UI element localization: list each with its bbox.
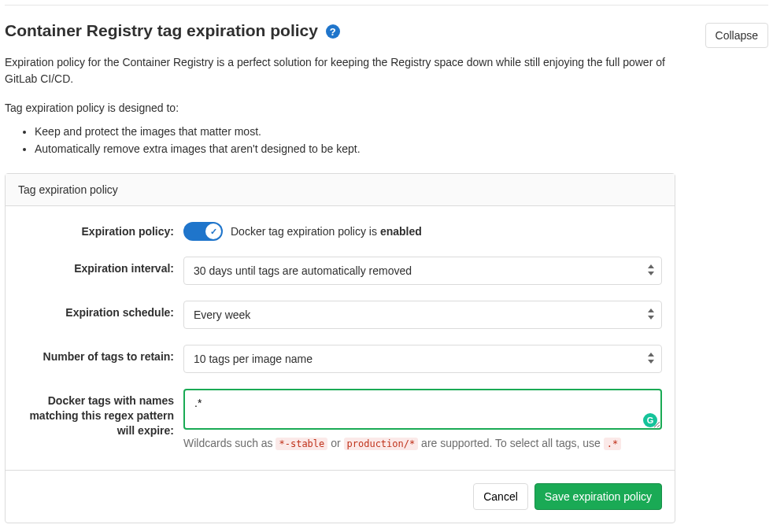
intro-bullet-1: Keep and protect the images that matter … [35, 124, 768, 141]
collapse-button[interactable]: Collapse [705, 23, 768, 48]
intro-bullet-2: Automatically remove extra images that a… [35, 141, 768, 158]
expiration-schedule-select[interactable]: Every week [183, 301, 662, 329]
help-icon[interactable]: ? [326, 24, 340, 39]
page-title-text: Container Registry tag expiration policy [5, 21, 318, 39]
code-chip: production/* [344, 438, 419, 450]
tags-retain-label: Number of tags to retain: [18, 345, 183, 364]
cancel-button[interactable]: Cancel [473, 483, 528, 510]
expiration-interval-select[interactable]: 30 days until tags are automatically rem… [183, 257, 662, 285]
policy-panel: Tag expiration policy Expiration policy:… [5, 173, 675, 523]
regex-help-text: Wildcards such as *-stable or production… [183, 437, 662, 449]
panel-header: Tag expiration policy [6, 174, 675, 206]
intro-paragraph-2: Tag expiration policy is designed to: [5, 102, 768, 114]
intro-paragraph-1: Expiration policy for the Container Regi… [5, 54, 690, 87]
intro-bullets: Keep and protect the images that matter … [35, 124, 768, 157]
expiration-policy-toggle[interactable]: ✓ [183, 222, 223, 241]
code-chip: .* [604, 438, 621, 450]
expiration-policy-label: Expiration policy: [18, 224, 183, 239]
code-chip: *-stable [276, 438, 327, 450]
regex-label: Docker tags with names matching this reg… [18, 389, 183, 438]
save-button[interactable]: Save expiration policy [534, 483, 662, 510]
tags-retain-select[interactable]: 10 tags per image name [183, 345, 662, 373]
policy-status-text: Docker tag expiration policy is enabled [231, 225, 422, 238]
check-icon: ✓ [205, 224, 221, 239]
expiration-interval-label: Expiration interval: [18, 257, 183, 276]
regex-input[interactable] [183, 389, 662, 430]
page-title: Container Registry tag expiration policy… [5, 21, 340, 40]
expiration-schedule-label: Expiration schedule: [18, 301, 183, 320]
